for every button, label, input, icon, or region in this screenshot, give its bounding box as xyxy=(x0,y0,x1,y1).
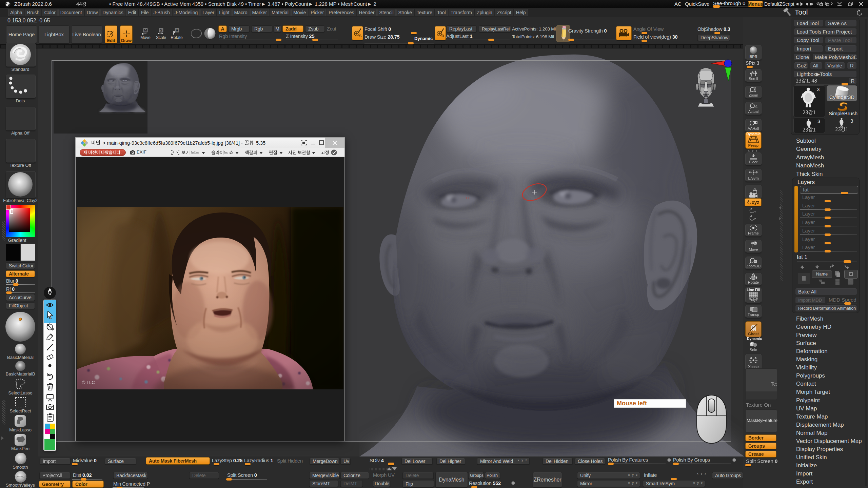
geometry-button[interactable]: Geometry xyxy=(39,481,71,488)
border-button[interactable]: Border xyxy=(745,434,776,441)
menu-item[interactable]: Layer xyxy=(200,9,216,16)
tool-reset-icon[interactable] xyxy=(856,9,863,16)
aahalf-button[interactable]: AAHalf xyxy=(745,119,762,132)
load-tool-button[interactable]: Load Tool xyxy=(794,20,823,27)
select-rect-label[interactable]: SelectRect xyxy=(0,408,41,413)
gradient-label[interactable]: Gradient xyxy=(8,238,39,243)
view-mode-label[interactable] xyxy=(181,150,200,155)
fillobject-button[interactable]: FillObject xyxy=(6,302,35,309)
sdiv-down-arrow[interactable] xyxy=(392,467,397,470)
mask-lasso-label[interactable]: MaskLasso xyxy=(0,427,41,432)
layers-record-bar[interactable] xyxy=(794,186,798,252)
smart-resym-button[interactable]: Smart ReSymx y z xyxy=(643,480,705,487)
record-deformation-button[interactable]: Record Deformation Animation xyxy=(795,305,857,312)
epicpen-logo[interactable] xyxy=(43,286,56,299)
tool-section-header[interactable]: ArrayMesh xyxy=(796,154,864,161)
storemt-button[interactable]: StoreMT xyxy=(309,480,338,487)
menu-item[interactable]: Light xyxy=(217,9,231,16)
copy-tool-button[interactable]: Copy Tool xyxy=(794,37,823,44)
menus-button[interactable]: Menus xyxy=(748,1,763,7)
epicpen-timer-icon[interactable] xyxy=(46,323,54,331)
panel-divider-dots[interactable] xyxy=(780,190,783,281)
save-as-button[interactable]: Save As xyxy=(825,20,857,27)
new-version-button[interactable] xyxy=(80,149,126,156)
min-connected-handle[interactable] xyxy=(117,487,122,488)
rotate-button[interactable]: R Rotate xyxy=(170,26,183,41)
select-lasso-icon[interactable] xyxy=(13,378,28,390)
rgb-button[interactable]: Rgb xyxy=(251,25,272,32)
tool-section-header[interactable]: Surface xyxy=(796,340,864,347)
menu-item[interactable]: Render xyxy=(357,9,377,16)
epicpen-eraser-icon[interactable] xyxy=(46,353,54,361)
epicpen-undo-icon[interactable] xyxy=(46,373,54,380)
move-button[interactable]: M Move xyxy=(139,26,152,41)
epicpen-visibility-icon[interactable] xyxy=(46,301,54,309)
menu-item[interactable]: Stencil xyxy=(377,9,396,16)
tool-section-header[interactable]: Contact xyxy=(796,381,864,387)
a-button[interactable]: A xyxy=(218,25,227,32)
polish-by-features-track[interactable] xyxy=(608,464,666,464)
replay-last-button[interactable]: ReplayLast xyxy=(446,25,477,32)
gz-rotate-icon[interactable]: Z xyxy=(749,215,757,221)
selected-layer-handle[interactable] xyxy=(844,260,851,263)
epicpen-screenshot-icon[interactable] xyxy=(46,404,54,410)
tool-section-header[interactable]: Import xyxy=(796,470,864,477)
polish-button[interactable]: Polish xyxy=(485,472,500,479)
backfacemask-button[interactable]: BackfaceMask xyxy=(113,472,148,479)
tool-import-button[interactable]: Import xyxy=(794,45,823,52)
menu-item[interactable]: Marker xyxy=(250,9,269,16)
del-hidden-button[interactable]: Del Hidden xyxy=(542,458,573,465)
uv-button[interactable]: Uv xyxy=(340,458,351,465)
bpr-button[interactable]: BPR xyxy=(745,45,762,60)
bottom-import-button[interactable]: Import xyxy=(40,458,71,465)
auto-groups-button[interactable]: Auto Groups xyxy=(712,472,743,479)
tool-section-header[interactable]: Displacement Map xyxy=(796,422,864,428)
menu-item[interactable]: Movie xyxy=(291,9,308,16)
polish-features-mode-dot[interactable] xyxy=(667,458,671,462)
honeyview-image-area[interactable]: © TLC xyxy=(76,157,344,441)
menu-item[interactable]: J-Brush xyxy=(152,9,172,16)
edit-button[interactable]: Edit xyxy=(105,25,117,43)
persp-button[interactable]: Dynamic Persp xyxy=(745,132,762,149)
mask-by-feature-button[interactable]: MaskByFeature xyxy=(745,409,777,432)
menu-item[interactable]: Draw xyxy=(85,9,100,16)
gizmo-z-axis-dot[interactable] xyxy=(724,60,732,67)
clone-button[interactable]: Clone xyxy=(794,54,811,61)
zadd-button[interactable]: Zadd xyxy=(282,25,303,32)
active-tool-track[interactable] xyxy=(796,84,847,84)
window-layout-icons[interactable] xyxy=(816,1,834,6)
smooth-valleys-icon[interactable] xyxy=(14,470,28,484)
stroke-curve-icon[interactable] xyxy=(190,28,203,39)
exif-camera-icon[interactable] xyxy=(130,150,136,155)
menu-item[interactable]: Alpha xyxy=(8,9,24,16)
mdd-speed-handle[interactable] xyxy=(844,302,851,305)
texture-on-label[interactable]: Texture On xyxy=(746,402,771,408)
honeyview-minimize-icon[interactable] xyxy=(310,140,316,145)
midvalue-handle[interactable] xyxy=(72,463,78,465)
accucurve-button[interactable]: AccuCurve xyxy=(6,294,35,301)
mrgb-button[interactable]: Mrgb xyxy=(228,25,250,32)
import-mdd-button[interactable]: Import MDD xyxy=(795,297,826,304)
dynamesh-button[interactable]: DynaMesh xyxy=(435,472,468,487)
epicpen-size-dot-icon[interactable] xyxy=(48,364,52,368)
xpose-button[interactable]: Xpose xyxy=(745,354,762,370)
epicpen-line-icon[interactable] xyxy=(46,343,54,351)
tool-section-header[interactable]: NanoMesh xyxy=(796,162,864,169)
linefill-button[interactable]: Line Fill PolyF xyxy=(745,287,762,303)
menu-item[interactable]: Material xyxy=(270,9,291,16)
color-cursor[interactable] xyxy=(10,209,13,214)
groups-button[interactable]: Groups xyxy=(745,443,776,449)
epicpen-cursor-icon[interactable] xyxy=(46,311,54,320)
rotate-3d-button[interactable]: Rotate xyxy=(745,273,762,286)
angle-of-view-handle[interactable] xyxy=(642,32,647,34)
layer-row[interactable]: Layer xyxy=(800,227,857,236)
load-tools-from-project-button[interactable]: Load Tools From Project xyxy=(794,28,857,35)
lightbox-tools-button[interactable]: Lightbox▶Tools xyxy=(794,70,857,78)
basic-material-b-label[interactable]: BasicMaterialB xyxy=(0,371,41,377)
camera-settings-button[interactable] xyxy=(616,26,632,40)
rgb-intensity-handle[interactable] xyxy=(276,39,281,41)
adjust-last-handle[interactable] xyxy=(488,39,494,41)
select-lasso-label[interactable]: SelectLasso xyxy=(0,390,41,395)
gxyz-button[interactable]: xyz xyxy=(745,198,762,206)
layer-delete-button[interactable] xyxy=(844,270,858,279)
